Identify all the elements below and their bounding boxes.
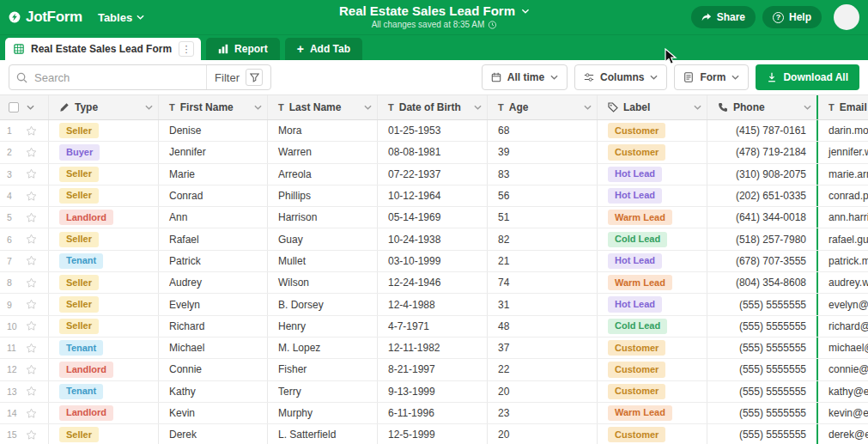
table-row[interactable]: 10SellerRichardHenry4-7-197148Cold Lead(… xyxy=(0,316,868,338)
cell-type[interactable]: Seller xyxy=(48,186,158,206)
cell-type[interactable]: Seller xyxy=(48,316,158,337)
share-button[interactable]: Share xyxy=(691,6,756,28)
column-header-email[interactable]: T Email xyxy=(816,95,868,119)
table-row[interactable]: 9SellerEvelynB. Dorsey12-4-198831Hot Lea… xyxy=(0,294,868,315)
tab-report[interactable]: Report xyxy=(206,38,280,60)
star-icon[interactable] xyxy=(26,125,37,137)
date-range-dropdown[interactable]: All time xyxy=(482,64,568,90)
table-row[interactable]: 1SellerDeniseMora01-25-195368Customer(41… xyxy=(0,120,868,142)
cell-first[interactable]: Evelyn xyxy=(158,294,267,314)
row-select-cell[interactable]: 15 xyxy=(0,424,48,444)
cell-phone[interactable]: (555) 5555555 xyxy=(707,424,816,444)
cell-label[interactable]: Customer xyxy=(597,338,707,358)
star-icon[interactable] xyxy=(26,386,37,397)
table-row[interactable]: 2BuyerJenniferWarren08-08-198139Customer… xyxy=(0,142,868,163)
cell-type[interactable]: Seller xyxy=(48,424,158,444)
star-icon[interactable] xyxy=(26,147,37,158)
cell-label[interactable]: Hot Lead xyxy=(597,294,707,314)
cell-phone[interactable]: (555) 5555555 xyxy=(707,381,816,402)
cell-phone[interactable]: (478) 719-2184 xyxy=(707,142,816,162)
cell-last[interactable]: Fisher xyxy=(267,359,377,380)
row-select-cell[interactable]: 2 xyxy=(0,142,48,162)
row-select-cell[interactable]: 5 xyxy=(0,207,48,228)
cell-email[interactable]: connie@exa xyxy=(816,359,868,380)
cell-label[interactable]: Warm Lead xyxy=(597,403,707,423)
cell-email[interactable]: audrey.wilso xyxy=(816,272,868,293)
row-select-cell[interactable]: 10 xyxy=(0,316,48,337)
table-row[interactable]: 6SellerRafaelGuay10-24-193882Cold Lead(5… xyxy=(0,228,868,250)
cell-email[interactable]: kathy@exam xyxy=(816,381,868,402)
cell-type[interactable]: Seller xyxy=(48,120,158,141)
cell-last[interactable]: Terry xyxy=(267,381,377,402)
form-dropdown[interactable]: Form xyxy=(674,64,749,90)
tab-active-table[interactable]: Real Estate Sales Lead Form ⋮ xyxy=(5,38,201,60)
cell-email[interactable]: conrad.philli xyxy=(816,186,868,206)
cell-email[interactable]: marie.arreol xyxy=(816,164,868,185)
cell-first[interactable]: Michael xyxy=(158,338,267,358)
cell-email[interactable]: darin.moriki xyxy=(816,120,868,141)
cell-dob[interactable]: 01-25-1953 xyxy=(377,120,487,141)
cell-type[interactable]: Tenant xyxy=(48,251,158,271)
cell-dob[interactable]: 12-24-1946 xyxy=(377,272,487,293)
table-row[interactable]: 15SellerDerekL. Satterfield12-5-199920Cu… xyxy=(0,424,868,444)
cell-phone[interactable]: (804) 354-8608 xyxy=(707,272,816,293)
cell-label[interactable]: Customer xyxy=(597,359,707,380)
cell-first[interactable]: Kathy xyxy=(158,381,267,402)
cell-last[interactable]: Warren xyxy=(267,142,377,162)
table-row[interactable]: 12LandlordConnieFisher8-21-199722Custome… xyxy=(0,359,868,380)
cell-phone[interactable]: (415) 787-0161 xyxy=(707,120,816,141)
cell-email[interactable]: michael@ex xyxy=(816,338,868,358)
table-row[interactable]: 4SellerConradPhillips10-12-196456Hot Lea… xyxy=(0,186,868,207)
cell-label[interactable]: Warm Lead xyxy=(597,272,707,293)
cell-label[interactable]: Cold Lead xyxy=(597,316,707,337)
cell-email[interactable]: ann.harrison xyxy=(816,207,868,228)
cell-label[interactable]: Hot Lead xyxy=(597,164,707,185)
cell-phone[interactable]: (202) 651-0335 xyxy=(707,186,816,206)
star-icon[interactable] xyxy=(26,364,37,375)
cell-first[interactable]: Richard xyxy=(158,316,267,337)
column-chevron-icon[interactable] xyxy=(254,105,262,110)
cell-first[interactable]: Connie xyxy=(158,359,267,380)
cell-phone[interactable]: (555) 5555555 xyxy=(707,359,816,380)
cell-dob[interactable]: 10-24-1938 xyxy=(377,228,487,249)
user-avatar[interactable] xyxy=(834,4,859,30)
cell-dob[interactable]: 08-08-1981 xyxy=(377,142,487,162)
star-icon[interactable] xyxy=(26,168,37,179)
cell-label[interactable]: Customer xyxy=(597,120,707,141)
cell-email[interactable]: derek@exam xyxy=(816,424,868,444)
cell-age[interactable]: 39 xyxy=(487,142,597,162)
cell-last[interactable]: B. Dorsey xyxy=(267,294,377,314)
cell-first[interactable]: Kevin xyxy=(158,403,267,423)
cell-dob[interactable]: 9-13-1999 xyxy=(377,381,487,402)
column-chevron-icon[interactable] xyxy=(364,105,372,110)
cell-type[interactable]: Tenant xyxy=(48,338,158,358)
cell-type[interactable]: Seller xyxy=(48,164,158,185)
select-menu-chevron-icon[interactable] xyxy=(27,105,34,110)
cell-type[interactable]: Landlord xyxy=(48,403,158,423)
table-row[interactable]: 3SellerMarieArreola07-22-193783Hot Lead(… xyxy=(0,164,868,186)
column-header-phone[interactable]: Phone xyxy=(707,95,816,119)
cell-age[interactable]: 31 xyxy=(487,294,597,314)
star-icon[interactable] xyxy=(26,255,37,266)
table-row[interactable]: 8SellerAudreyWilson12-24-194674Warm Lead… xyxy=(0,272,868,294)
cell-phone[interactable]: (678) 707-3555 xyxy=(707,251,816,271)
cell-first[interactable]: Jennifer xyxy=(158,142,267,162)
cell-phone[interactable]: (310) 908-2075 xyxy=(707,164,816,185)
cell-dob[interactable]: 4-7-1971 xyxy=(377,316,487,337)
cell-age[interactable]: 20 xyxy=(487,424,597,444)
cell-type[interactable]: Seller xyxy=(48,228,158,249)
row-select-cell[interactable]: 6 xyxy=(0,228,48,249)
columns-dropdown[interactable]: Columns xyxy=(574,64,667,90)
cell-type[interactable]: Tenant xyxy=(48,381,158,402)
cell-dob[interactable]: 10-12-1964 xyxy=(377,186,487,206)
cell-phone[interactable]: (555) 5555555 xyxy=(707,316,816,337)
jotform-logo[interactable]: JotForm xyxy=(9,9,82,26)
column-chevron-icon[interactable] xyxy=(474,105,482,110)
cell-phone[interactable]: (641) 344-0018 xyxy=(707,207,816,228)
column-chevron-icon[interactable] xyxy=(694,105,701,110)
cell-last[interactable]: Murphy xyxy=(267,403,377,423)
star-icon[interactable] xyxy=(26,277,37,289)
star-icon[interactable] xyxy=(26,234,37,245)
cell-age[interactable]: 83 xyxy=(487,164,597,185)
star-icon[interactable] xyxy=(26,299,37,310)
